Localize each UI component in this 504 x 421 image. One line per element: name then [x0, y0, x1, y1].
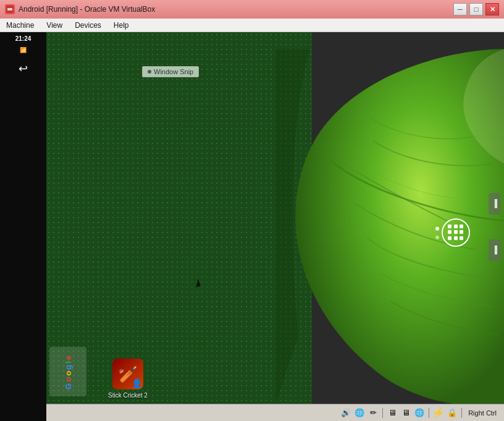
window-snip-tooltip: Window Snip: [142, 66, 199, 77]
grid-dot: [460, 236, 463, 240]
time-display: 21:24: [15, 35, 32, 42]
android-taskbar: 🔊 🌐 ✏ 🖥 🖥 🌐 ⚡ 🔒 Right Ctrl: [46, 404, 504, 421]
title-bar-controls: ─ □ ✕: [453, 3, 499, 15]
grid-dot: [448, 230, 452, 234]
taskbar-icon-network[interactable]: 🌐: [354, 407, 365, 419]
app-icon-title: [5, 4, 15, 14]
menu-devices[interactable]: Devices: [69, 19, 107, 32]
right-ctrl-label: Right Ctrl: [466, 408, 499, 418]
minimize-button[interactable]: ─: [453, 3, 467, 15]
page-dot-1: [435, 227, 439, 231]
google-logo[interactable]: Google: [49, 347, 86, 396]
title-bar-left: Android [Running] - Oracle VM VirtualBox: [5, 4, 155, 14]
app-icon-stick-cricket[interactable]: 🏏 👤 Stick Cricket 2: [108, 359, 148, 399]
sidebar-arrow[interactable]: ↩: [19, 62, 28, 75]
grid-dot: [460, 224, 463, 228]
snip-dot: [148, 70, 151, 74]
window-title: Android [Running] - Oracle VM VirtualBox: [19, 5, 155, 14]
grid-dot: [454, 224, 458, 228]
android-sidebar: 21:24 📶 ↩: [0, 32, 46, 421]
taskbar-icon-virtualbox[interactable]: ⚡: [433, 407, 444, 419]
grid-dot: [448, 236, 452, 240]
taskbar-icon-tools[interactable]: ✏: [368, 407, 379, 419]
taskbar-sep-1: [382, 408, 383, 418]
menu-help[interactable]: Help: [107, 19, 135, 32]
google-text: Google: [64, 354, 73, 389]
restore-button[interactable]: □: [469, 3, 483, 15]
volume-up-button[interactable]: ▐: [489, 193, 501, 215]
app-grid-button[interactable]: [442, 218, 470, 247]
app-icon-label: Stick Cricket 2: [108, 392, 148, 399]
close-button[interactable]: ✕: [485, 3, 499, 15]
menu-machine[interactable]: Machine: [0, 19, 40, 32]
android-right-controls: ▐ ▐: [489, 193, 501, 261]
status-icons: 📶: [20, 47, 27, 53]
leaf-bg: [275, 32, 505, 421]
menu-view[interactable]: View: [40, 19, 69, 32]
page-dots: [435, 227, 439, 239]
cricket-icon-image: 🏏 👤: [112, 359, 143, 389]
cricket-player-icon: 👤: [132, 378, 142, 388]
taskbar-sep-2: [429, 408, 429, 418]
window-snip-label: Window Snip: [154, 68, 193, 75]
taskbar-icon-display2[interactable]: 🖥: [400, 407, 411, 419]
taskbar-icon-display[interactable]: 🖥: [387, 407, 398, 419]
grid-dot: [448, 224, 452, 228]
page-dot-2: [435, 236, 439, 239]
taskbar-icon-sound[interactable]: 🔊: [340, 407, 351, 419]
taskbar-sep-3: [461, 408, 462, 418]
grid-dots-icon: [448, 224, 464, 240]
menu-bar: Machine View Devices Help: [0, 19, 504, 32]
title-bar: Android [Running] - Oracle VM VirtualBox…: [0, 0, 504, 19]
grid-dot: [454, 230, 458, 234]
taskbar-icon-security[interactable]: 🔒: [447, 407, 458, 419]
grid-dot: [454, 236, 458, 240]
svg-rect-1: [7, 8, 12, 11]
main-area: 21:24 📶 ↩: [0, 32, 504, 421]
android-screen[interactable]: Window Snip ▐ ▐: [46, 32, 504, 421]
grid-dot: [460, 230, 463, 234]
volume-down-button[interactable]: ▐: [489, 239, 501, 261]
taskbar-icon-connect[interactable]: 🌐: [414, 407, 425, 419]
